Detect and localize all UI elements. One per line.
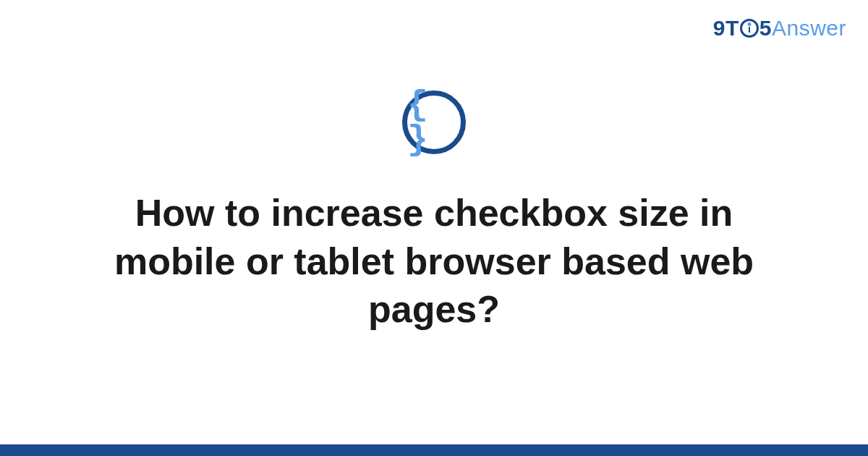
question-title: How to increase checkbox size in mobile … — [54, 189, 814, 334]
footer-accent-bar — [0, 444, 868, 456]
main-content: { } How to increase checkbox size in mob… — [0, 90, 868, 334]
logo-t: T — [726, 16, 739, 40]
category-icon-circle: { } — [402, 90, 466, 154]
logo-answer: Answer — [772, 16, 846, 40]
logo-five: 5 — [760, 16, 772, 40]
logo-nine: 9 — [713, 16, 726, 40]
site-logo: 9T5Answer — [713, 16, 846, 41]
code-braces-icon: { } — [407, 88, 461, 157]
logo-o-clock-icon — [739, 16, 760, 41]
